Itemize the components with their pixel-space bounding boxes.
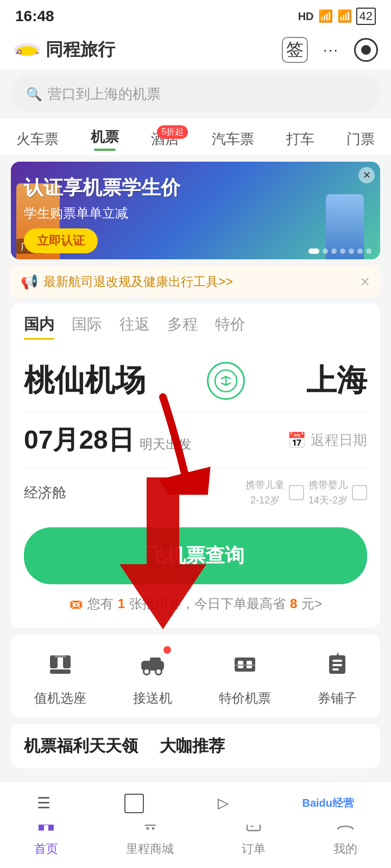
infant-checkbox[interactable] xyxy=(352,485,367,500)
svg-point-15 xyxy=(156,669,161,674)
depart-label: 明天出发 xyxy=(140,436,192,453)
status-bar: 16:48 HD 📶 📶 42 xyxy=(0,0,391,30)
tab-flight[interactable]: 机票 xyxy=(82,123,128,155)
coupon-text1: 您有 xyxy=(87,595,113,612)
header-icons: 签 ··· xyxy=(282,37,378,63)
options-row: 经济舱 携带儿童 2-12岁 携带婴儿 14天-2岁 xyxy=(24,469,367,516)
coupon-icon: 🎟 xyxy=(69,596,83,612)
coupon-notice[interactable]: 🎟 您有 1 张抵用券，今日下单最高省 8 元> xyxy=(24,591,367,617)
child-option: 携带儿童 2-12岁 xyxy=(245,478,285,507)
city-row: 桃仙机场 上海 xyxy=(24,350,367,412)
svg-rect-22 xyxy=(332,660,342,662)
transfer-label: 接送机 xyxy=(133,690,172,707)
hotel-badge: 5折起 xyxy=(157,125,188,139)
child-label: 携带儿童 xyxy=(245,478,285,492)
trip-tab-international[interactable]: 国际 xyxy=(72,314,102,340)
tab-ticket[interactable]: 门票 xyxy=(338,125,383,153)
recommend-title: 大咖推荐 xyxy=(160,735,225,757)
trip-tab-roundtrip[interactable]: 往返 xyxy=(119,314,150,340)
banner-title: 认证享机票学生价 xyxy=(24,175,367,201)
search-bar[interactable]: 🔍 营口到上海的机票 xyxy=(11,76,380,112)
status-time: 16:48 xyxy=(15,8,54,25)
flight-search-card: 国内 国际 往返 多程 特价 桃仙机场 上海 xyxy=(11,303,380,628)
header: 同程旅行 签 ··· xyxy=(0,30,391,69)
signal-icon-2: 📶 xyxy=(337,9,352,23)
calendar-icon: 📅 xyxy=(287,431,306,449)
tab-taxi[interactable]: 打车 xyxy=(278,125,323,153)
sys-baidu-label: Baidu经营 xyxy=(302,796,355,810)
sys-nav-bar: ☰ ◁ Baidu经营 xyxy=(0,781,391,825)
infant-option: 携带婴儿 14天-2岁 xyxy=(308,478,348,507)
action-seat[interactable]: 值机选座 xyxy=(34,645,86,707)
sys-nav-menu[interactable]: ☰ xyxy=(37,794,51,812)
action-transfer[interactable]: 接送机 xyxy=(133,645,172,707)
child-age: 2-12岁 xyxy=(250,494,280,507)
quick-actions: 值机选座 接送机 特价机票 券铺子 xyxy=(11,634,380,718)
tab-bus[interactable]: 汽车票 xyxy=(203,125,263,153)
bottom-section: 机票福利天天领 大咖推荐 xyxy=(11,724,380,768)
banner-subtitle: 学生购票单单立减 xyxy=(24,205,367,222)
status-icons: HD 📶 📶 42 xyxy=(298,8,376,25)
notice-text: 最新航司退改规及健康出行工具>> xyxy=(43,273,354,290)
swap-icon xyxy=(214,369,238,393)
tab-underline xyxy=(94,149,116,151)
coupon-count: 1 xyxy=(118,596,125,611)
more-button[interactable]: ··· xyxy=(323,41,339,59)
logo-image xyxy=(13,40,41,60)
camera-icon xyxy=(361,45,371,55)
passenger-options: 携带儿童 2-12岁 携带婴儿 14天-2岁 xyxy=(245,478,367,507)
welfare-title: 机票福利天天领 xyxy=(24,735,138,757)
depart-date: 07月28日 xyxy=(24,423,134,457)
cabin-select[interactable]: 经济舱 xyxy=(24,483,66,502)
svg-rect-8 xyxy=(50,669,71,674)
child-checkbox[interactable] xyxy=(289,485,304,500)
coupon-unit: 元> xyxy=(301,595,322,612)
sys-nav-back[interactable]: ◁ xyxy=(218,795,229,812)
seat-label: 值机选座 xyxy=(34,690,86,707)
sign-button[interactable]: 签 xyxy=(282,37,308,63)
svg-rect-16 xyxy=(150,658,161,663)
trip-tab-multileg[interactable]: 多程 xyxy=(167,314,198,340)
cheap-label: 特价机票 xyxy=(219,690,271,707)
logo-area[interactable]: 同程旅行 xyxy=(13,38,115,62)
banner-cta[interactable]: 立即认证 xyxy=(24,228,98,253)
from-city[interactable]: 桃仙机场 xyxy=(24,360,146,401)
nav-orders-label: 订单 xyxy=(242,841,266,857)
svg-point-26 xyxy=(152,827,154,830)
nav-mall-label: 里程商城 xyxy=(126,841,174,857)
svg-rect-24 xyxy=(332,668,339,671)
svg-point-3 xyxy=(18,50,21,53)
camera-button[interactable] xyxy=(354,38,378,62)
infant-label: 携带婴儿 xyxy=(308,478,348,492)
trip-tab-domestic[interactable]: 国内 xyxy=(24,314,54,340)
logo-text: 同程旅行 xyxy=(46,38,115,62)
action-voucher[interactable]: 券铺子 xyxy=(318,645,357,707)
section-titles: 机票福利天天领 大咖推荐 xyxy=(24,735,367,757)
trip-tab-special[interactable]: 特价 xyxy=(215,314,245,340)
svg-point-25 xyxy=(146,827,149,830)
seat-icon xyxy=(41,645,80,684)
search-placeholder: 营口到上海的机票 xyxy=(48,85,161,104)
depart-date-area[interactable]: 07月28日 明天出发 xyxy=(24,423,192,457)
nav-tabs: 火车票 机票 5折起 酒店 汽车票 打车 门票 xyxy=(0,119,391,155)
banner[interactable]: 认证享机票学生价 学生购票单单立减 立即认证 ✕ 广告 xyxy=(11,162,380,259)
battery-icon: 42 xyxy=(356,8,376,25)
tab-hotel[interactable]: 5折起 酒店 xyxy=(142,125,188,153)
hd-label: HD xyxy=(298,10,314,23)
sys-nav-home[interactable] xyxy=(124,794,144,813)
cheap-icon xyxy=(225,645,264,684)
tab-train[interactable]: 火车票 xyxy=(8,125,67,153)
notice-bar[interactable]: 📢 最新航司退改规及健康出行工具>> ✕ xyxy=(11,266,380,298)
search-flight-button[interactable]: 飞机票查询 xyxy=(24,527,367,584)
infant-age: 14天-2岁 xyxy=(308,494,348,507)
swap-button[interactable] xyxy=(204,359,248,403)
notice-close[interactable]: ✕ xyxy=(360,275,370,290)
action-cheap[interactable]: 特价机票 xyxy=(219,645,271,707)
coupon-text2: 张抵用券，今日下单最高省 xyxy=(129,595,286,612)
return-label: 返程日期 xyxy=(311,431,367,450)
swap-circle xyxy=(207,362,245,400)
return-date-area[interactable]: 📅 返程日期 xyxy=(287,431,367,450)
svg-point-13 xyxy=(144,669,149,674)
to-city[interactable]: 上海 xyxy=(306,360,367,401)
notice-icon: 📢 xyxy=(21,273,38,290)
